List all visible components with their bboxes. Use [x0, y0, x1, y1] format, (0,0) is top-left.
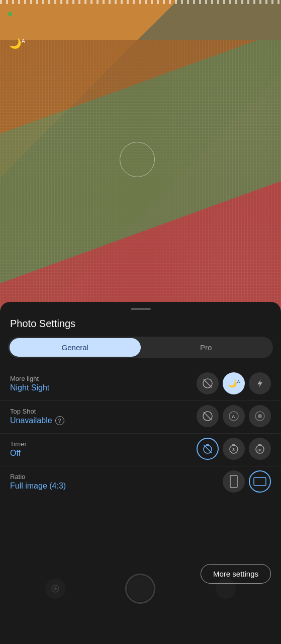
more-light-value: Night Sight: [10, 383, 197, 392]
more-light-icons: 🌙A: [197, 372, 271, 394]
topshot-on-icon: [254, 411, 265, 422]
setting-left-top-shot: Top Shot Unavailable ?: [10, 408, 197, 425]
ratio-landscape-btn[interactable]: [249, 470, 271, 493]
more-settings-button[interactable]: More settings: [201, 564, 271, 584]
night-mode-icon: 🌙A: [9, 37, 25, 49]
setting-row-timer: Timer Off 3: [10, 434, 271, 464]
svg-rect-22: [254, 477, 266, 486]
svg-text:A: A: [232, 414, 235, 419]
timer-value: Off: [10, 449, 197, 458]
svg-line-4: [204, 412, 212, 420]
top-shot-help-icon[interactable]: ?: [55, 416, 64, 425]
svg-point-24: [54, 587, 57, 590]
setting-left-more-light: More light Night Sight: [10, 375, 197, 392]
svg-line-1: [204, 379, 212, 387]
focus-reticle: [120, 142, 155, 177]
status-bar: [0, 0, 281, 28]
timer-10-btn[interactable]: 10: [249, 438, 271, 460]
status-left: [8, 12, 12, 16]
timer-10-icon: 10: [254, 443, 265, 454]
setting-row-more-light: More light Night Sight 🌙A: [10, 368, 271, 398]
green-dot-indicator: [8, 12, 12, 16]
setting-more-light: More light Night Sight 🌙A: [0, 368, 281, 398]
timer-off-icon: [202, 443, 213, 454]
top-shot-value-text: Unavailable: [10, 416, 52, 425]
setting-left-ratio: Ratio Full image (4:3): [10, 473, 223, 491]
timer-icons: 3 10: [197, 438, 271, 460]
bg-shutter-btn: [125, 574, 155, 604]
flash-btn[interactable]: [249, 372, 271, 394]
svg-rect-21: [230, 475, 237, 488]
svg-text:3: 3: [232, 447, 235, 452]
top-shot-icons: A: [197, 405, 271, 427]
setting-timer: Timer Off 3: [0, 434, 281, 464]
more-light-label: More light: [10, 375, 197, 382]
setting-ratio: Ratio Full image (4:3): [0, 466, 281, 497]
timer-label: Timer: [10, 440, 197, 448]
timer-3-btn[interactable]: 3: [223, 438, 245, 460]
svg-marker-2: [257, 379, 262, 387]
night-sight-label: 🌙A: [228, 379, 240, 388]
camera-viewfinder[interactable]: [0, 0, 281, 312]
bg-settings-icon: [45, 579, 65, 599]
ratio-value: Full image (4:3): [10, 481, 223, 491]
ratio-label: Ratio: [10, 473, 223, 480]
setting-top-shot: Top Shot Unavailable ? A: [0, 401, 281, 431]
setting-left-timer: Timer Off: [10, 440, 197, 458]
setting-row-ratio: Ratio Full image (4:3): [10, 466, 271, 497]
auto-topshot-icon: A: [228, 411, 239, 422]
flash-icon: [255, 378, 265, 388]
no-topshot-icon: [202, 411, 213, 422]
photo-settings-sheet: Photo Settings General Pro More light Ni…: [0, 302, 281, 644]
top-shot-label: Top Shot: [10, 408, 197, 415]
night-sight-btn[interactable]: 🌙A: [223, 372, 245, 394]
auto-topshot-btn[interactable]: A: [223, 405, 245, 427]
no-topshot-btn[interactable]: [197, 405, 219, 427]
tab-general[interactable]: General: [10, 338, 141, 357]
no-flash-btn[interactable]: [197, 372, 219, 394]
sheet-title: Photo Settings: [0, 318, 281, 330]
drag-handle[interactable]: [131, 308, 151, 310]
ratio-portrait-btn[interactable]: [223, 470, 245, 493]
tab-bar: General Pro: [8, 337, 273, 358]
timer-3-icon: 3: [228, 443, 239, 454]
ratio-icons: [223, 470, 271, 493]
top-shot-value: Unavailable ?: [10, 416, 197, 425]
no-flash-icon: [202, 378, 213, 389]
svg-text:10: 10: [257, 448, 261, 452]
ratio-landscape-icon: [253, 476, 266, 487]
tab-pro[interactable]: Pro: [141, 338, 272, 357]
setting-row-top-shot: Top Shot Unavailable ? A: [10, 401, 271, 431]
svg-point-8: [258, 414, 262, 418]
timer-off-btn[interactable]: [197, 438, 219, 460]
topshot-on-btn[interactable]: [249, 405, 271, 427]
ratio-portrait-icon: [228, 475, 239, 488]
